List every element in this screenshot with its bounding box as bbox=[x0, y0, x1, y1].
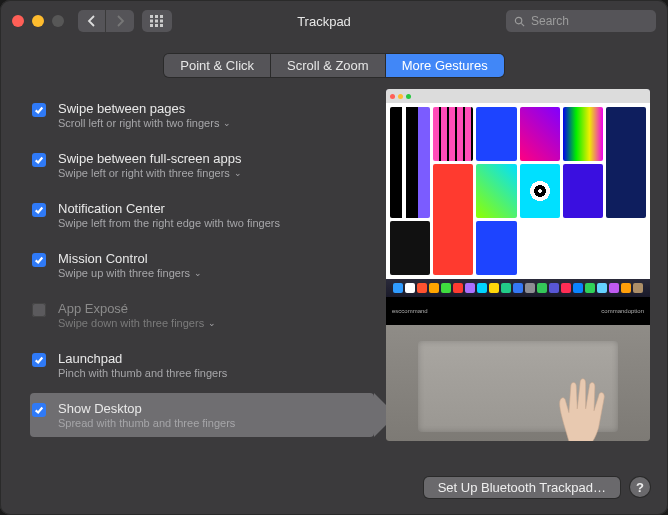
traffic-lights bbox=[12, 15, 64, 27]
preview-window-chrome bbox=[386, 89, 650, 103]
checkbox[interactable] bbox=[32, 303, 46, 317]
svg-line-10 bbox=[521, 23, 524, 26]
hand-icon bbox=[481, 355, 650, 441]
tab-point-click[interactable]: Point & Click bbox=[164, 54, 271, 77]
minimize-icon[interactable] bbox=[32, 15, 44, 27]
preferences-window: Trackpad Search Point & ClickScroll & Zo… bbox=[0, 0, 668, 515]
checkbox[interactable] bbox=[32, 403, 46, 417]
svg-point-9 bbox=[515, 17, 521, 23]
search-input[interactable]: Search bbox=[506, 10, 656, 32]
tab-more-gestures[interactable]: More Gestures bbox=[386, 54, 504, 77]
svg-rect-1 bbox=[155, 15, 158, 18]
option-title: Swipe between full-screen apps bbox=[58, 151, 242, 166]
svg-rect-6 bbox=[150, 24, 153, 27]
zoom-icon bbox=[52, 15, 64, 27]
option-show-desktop[interactable]: Show DesktopSpread with thumb and three … bbox=[30, 393, 374, 437]
preview-touchbar: esc command command option bbox=[386, 297, 650, 325]
setup-bluetooth-button[interactable]: Set Up Bluetooth Trackpad… bbox=[424, 477, 620, 498]
gesture-options: Swipe between pagesScroll left or right … bbox=[30, 93, 374, 459]
option-notification-center[interactable]: Notification CenterSwipe left from the r… bbox=[30, 193, 374, 237]
option-subtitle[interactable]: Scroll left or right with two fingers⌄ bbox=[58, 117, 231, 129]
checkbox[interactable] bbox=[32, 103, 46, 117]
chevron-down-icon: ⌄ bbox=[194, 268, 202, 278]
option-title: Show Desktop bbox=[58, 401, 235, 416]
tab-scroll-zoom[interactable]: Scroll & Zoom bbox=[271, 54, 386, 77]
close-icon[interactable] bbox=[12, 15, 24, 27]
show-all-button[interactable] bbox=[142, 10, 172, 32]
preview-trackpad bbox=[386, 325, 650, 441]
preview-dock bbox=[386, 279, 650, 297]
chevron-down-icon: ⌄ bbox=[223, 118, 231, 128]
checkbox[interactable] bbox=[32, 253, 46, 267]
checkbox[interactable] bbox=[32, 203, 46, 217]
search-placeholder: Search bbox=[531, 14, 569, 28]
svg-rect-5 bbox=[160, 20, 163, 23]
option-title: Swipe between pages bbox=[58, 101, 231, 116]
checkbox[interactable] bbox=[32, 353, 46, 367]
content: Swipe between pagesScroll left or right … bbox=[0, 93, 668, 459]
option-title: Notification Center bbox=[58, 201, 280, 216]
option-subtitle[interactable]: Swipe left or right with three fingers⌄ bbox=[58, 167, 242, 179]
svg-rect-0 bbox=[150, 15, 153, 18]
svg-rect-4 bbox=[155, 20, 158, 23]
svg-rect-7 bbox=[155, 24, 158, 27]
window-title: Trackpad bbox=[172, 14, 506, 29]
svg-rect-3 bbox=[150, 20, 153, 23]
option-subtitle[interactable]: Swipe down with three fingers⌄ bbox=[58, 317, 216, 329]
tabs: Point & ClickScroll & ZoomMore Gestures bbox=[0, 42, 668, 93]
option-subtitle: Swipe left from the right edge with two … bbox=[58, 217, 280, 229]
option-title: App Exposé bbox=[58, 301, 216, 316]
chevron-down-icon: ⌄ bbox=[234, 168, 242, 178]
preview-gallery bbox=[386, 103, 650, 279]
checkbox[interactable] bbox=[32, 153, 46, 167]
option-launchpad[interactable]: LaunchpadPinch with thumb and three fing… bbox=[30, 343, 374, 387]
svg-rect-2 bbox=[160, 15, 163, 18]
option-title: Mission Control bbox=[58, 251, 202, 266]
chevron-down-icon: ⌄ bbox=[208, 318, 216, 328]
option-title: Launchpad bbox=[58, 351, 227, 366]
back-button[interactable] bbox=[78, 10, 106, 32]
option-mission-control[interactable]: Mission ControlSwipe up with three finge… bbox=[30, 243, 374, 287]
search-icon bbox=[514, 16, 525, 27]
option-app-expos-[interactable]: App ExposéSwipe down with three fingers⌄ bbox=[30, 293, 374, 337]
footer: Set Up Bluetooth Trackpad… ? bbox=[0, 459, 668, 515]
nav-buttons bbox=[78, 10, 134, 32]
forward-button bbox=[106, 10, 134, 32]
help-button[interactable]: ? bbox=[630, 477, 650, 497]
option-subtitle[interactable]: Swipe up with three fingers⌄ bbox=[58, 267, 202, 279]
option-subtitle: Spread with thumb and three fingers bbox=[58, 417, 235, 429]
titlebar: Trackpad Search bbox=[0, 0, 668, 42]
option-swipe-between-pages[interactable]: Swipe between pagesScroll left or right … bbox=[30, 93, 374, 137]
svg-rect-8 bbox=[160, 24, 163, 27]
gesture-preview: esc command command option bbox=[386, 89, 650, 441]
option-subtitle: Pinch with thumb and three fingers bbox=[58, 367, 227, 379]
option-swipe-between-full-screen-apps[interactable]: Swipe between full-screen appsSwipe left… bbox=[30, 143, 374, 187]
preview-screen bbox=[386, 89, 650, 297]
